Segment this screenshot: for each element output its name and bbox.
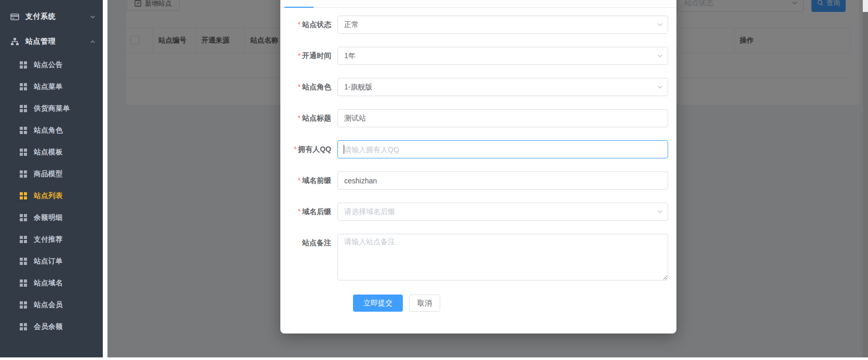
site-remark-textarea[interactable]: [337, 234, 668, 281]
modal-tabs: 站点信息 登录信息: [280, 0, 676, 8]
required-mark: *: [298, 114, 301, 122]
sidebar-item-site-order[interactable]: 站点订单: [0, 250, 103, 272]
sidebar-item-site-template[interactable]: 站点模板: [0, 141, 103, 163]
grid-icon: [20, 236, 27, 243]
sidebar-item-member-balance[interactable]: 会员余额: [0, 316, 103, 338]
sidebar-item-product-model[interactable]: 商品模型: [0, 163, 103, 185]
modal-actions: 立即提交 取消: [353, 295, 668, 312]
sidebar-group-site-management[interactable]: 站点管理: [0, 29, 103, 54]
form-row-domain-prefix: *域名前缀: [284, 171, 668, 190]
tab-login-info[interactable]: 登录信息: [336, 0, 365, 7]
form-row-site-status: *站点状态 正常: [284, 16, 668, 34]
sidebar-item-site-announcement[interactable]: 站点公告: [0, 54, 103, 76]
form-row-domain-suffix: *域名后缀 请选择域名后缀: [284, 203, 668, 221]
chevron-down-icon: [90, 14, 96, 20]
required-mark: *: [294, 145, 296, 153]
domain-suffix-select[interactable]: 请选择域名后缀: [337, 203, 668, 221]
modal-form: *站点状态 正常 *开通时间 1年 *站点角色: [280, 8, 676, 312]
site-title-input[interactable]: [337, 109, 668, 127]
form-row-owner-qq: *拥有人QQ: [284, 140, 668, 158]
activation-time-select[interactable]: 1年: [337, 47, 668, 65]
cancel-button[interactable]: 取消: [409, 295, 440, 312]
site-role-select[interactable]: 1-旗舰版: [337, 78, 668, 96]
sidebar-group-label: 站点管理: [25, 37, 90, 46]
grid-icon: [20, 127, 27, 134]
sidebar-item-payment-recommend[interactable]: 支付推荐: [0, 229, 103, 250]
owner-qq-input[interactable]: [337, 140, 668, 158]
required-mark: *: [298, 51, 301, 60]
chevron-down-icon: [657, 21, 663, 28]
chevron-up-icon: [90, 39, 96, 45]
grid-icon: [20, 258, 27, 265]
required-mark: *: [298, 176, 301, 184]
chevron-down-icon: [657, 84, 663, 90]
grid-icon: [20, 279, 27, 287]
grid-icon: [20, 214, 27, 221]
site-status-select[interactable]: 正常: [337, 16, 668, 34]
sitemap-icon: [10, 37, 19, 46]
add-site-modal: 站点信息 登录信息 *站点状态 正常 *开通时间: [280, 0, 676, 334]
sidebar-item-site-member[interactable]: 站点会员: [0, 294, 103, 316]
form-row-site-remark: 站点备注: [284, 234, 668, 283]
form-row-activation-time: *开通时间 1年: [284, 47, 668, 65]
sidebar-item-site-domain[interactable]: 站点域名: [0, 272, 103, 294]
grid-icon: [20, 192, 27, 199]
form-row-site-title: *站点标题: [284, 109, 668, 127]
required-mark: *: [298, 207, 301, 216]
grid-icon: [20, 301, 27, 309]
sidebar: 支付系统 站点管理 站点公告 站点菜单 供货商菜单: [0, 0, 103, 357]
required-mark: *: [298, 20, 301, 29]
sidebar-item-site-list[interactable]: 站点列表: [0, 185, 103, 207]
app-window: 支付系统 站点管理 站点公告 站点菜单 供货商菜单: [0, 0, 868, 360]
sidebar-item-site-role[interactable]: 站点角色: [0, 119, 103, 141]
chevron-down-icon: [657, 208, 663, 215]
sidebar-group-label: 支付系统: [25, 12, 90, 21]
sidebar-group-payment-system[interactable]: 支付系统: [0, 4, 103, 29]
grid-icon: [20, 83, 27, 90]
grid-icon: [20, 105, 27, 112]
credit-card-icon: [10, 12, 19, 21]
grid-icon: [20, 170, 27, 178]
grid-icon: [20, 149, 27, 156]
scrollbar-thumb[interactable]: [863, 12, 868, 357]
grid-icon: [20, 61, 27, 69]
text-cursor: [344, 145, 344, 154]
required-mark: *: [298, 83, 301, 91]
domain-prefix-input[interactable]: [337, 171, 668, 190]
sidebar-item-site-menu[interactable]: 站点菜单: [0, 76, 103, 98]
page-scrollbar[interactable]: [863, 0, 868, 357]
chevron-down-icon: [657, 52, 663, 59]
grid-icon: [20, 323, 27, 330]
sidebar-item-supplier-menu[interactable]: 供货商菜单: [0, 98, 103, 119]
form-row-site-role: *站点角色 1-旗舰版: [284, 78, 668, 96]
submit-button[interactable]: 立即提交: [353, 295, 403, 312]
tab-site-info[interactable]: 站点信息: [284, 0, 314, 7]
sidebar-item-balance-detail[interactable]: 余额明细: [0, 207, 103, 229]
